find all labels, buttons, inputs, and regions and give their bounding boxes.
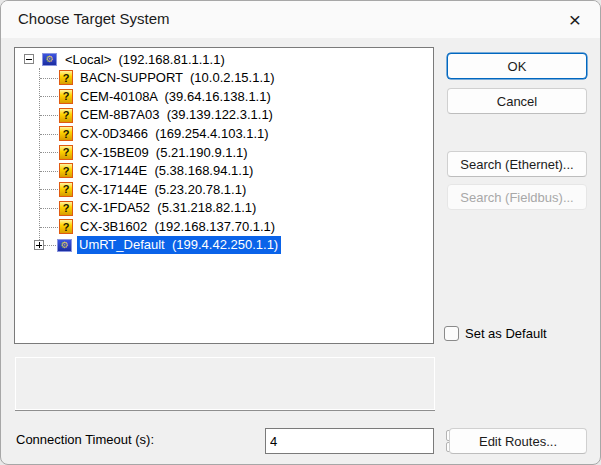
unknown-device-icon: ? bbox=[59, 126, 73, 141]
unknown-device-icon: ? bbox=[59, 145, 73, 160]
tree-item[interactable]: ? CX-1FDA52 (5.31.218.82.1.1) bbox=[15, 199, 433, 218]
tree-item-label: BACN-SUPPORT (10.0.2.15.1.1) bbox=[78, 69, 278, 88]
system-icon: ⚙ bbox=[42, 53, 57, 66]
tree-item[interactable]: ? CX-17144E (5.38.168.94.1.1) bbox=[15, 162, 433, 181]
connection-timeout-input[interactable] bbox=[266, 429, 446, 453]
tree-item-label: CX-3B1602 (192.168.137.70.1.1) bbox=[78, 217, 278, 236]
target-system-tree[interactable]: ⚙ <Local> (192.168.81.1.1.1) ? BACN-SUPP… bbox=[14, 47, 434, 344]
unknown-device-icon: ? bbox=[59, 219, 73, 234]
set-as-default-checkbox[interactable] bbox=[444, 326, 459, 341]
set-as-default-label: Set as Default bbox=[465, 326, 547, 341]
tree-item-label: CX-0D3466 (169.254.4.103.1.1) bbox=[78, 124, 272, 143]
tree-item-label: CEM-40108A (39.64.16.138.1.1) bbox=[78, 87, 274, 106]
cancel-button[interactable]: Cancel bbox=[447, 88, 587, 114]
tree-item[interactable]: ? CX-15BE09 (5.21.190.9.1.1) bbox=[15, 143, 433, 162]
unknown-device-icon: ? bbox=[59, 182, 73, 197]
tree-item[interactable]: ? CEM-8B7A03 (39.139.122.3.1.1) bbox=[15, 106, 433, 125]
tree-item-local[interactable]: ⚙ <Local> (192.168.81.1.1.1) bbox=[15, 50, 433, 69]
unknown-device-icon: ? bbox=[59, 70, 73, 85]
tree-item[interactable]: ? CX-3B1602 (192.168.137.70.1.1) bbox=[15, 217, 433, 236]
close-icon: × bbox=[569, 9, 581, 30]
tree-content: ⚙ <Local> (192.168.81.1.1.1) ? BACN-SUPP… bbox=[15, 48, 433, 343]
ok-button[interactable]: OK bbox=[447, 53, 587, 79]
search-ethernet-button[interactable]: Search (Ethernet)... bbox=[447, 151, 587, 177]
connection-timeout-label: Connection Timeout (s): bbox=[16, 432, 154, 447]
edit-routes-button[interactable]: Edit Routes... bbox=[449, 428, 587, 454]
status-panel bbox=[15, 357, 435, 410]
tree-item-label: CX-1FDA52 (5.31.218.82.1.1) bbox=[78, 199, 259, 218]
unknown-device-icon: ? bbox=[59, 201, 73, 216]
tree-item[interactable]: ? CX-0D3466 (169.254.4.103.1.1) bbox=[15, 124, 433, 143]
expand-icon[interactable] bbox=[34, 240, 44, 250]
set-as-default-row: Set as Default bbox=[444, 326, 547, 341]
unknown-device-icon: ? bbox=[59, 108, 73, 123]
tree-item-label-selected: UmRT_Default (199.4.42.250.1.1) bbox=[77, 236, 281, 255]
system-icon: ⚙ bbox=[57, 239, 72, 252]
tree-item-umrt-default-selected[interactable]: ⚙ UmRT_Default (199.4.42.250.1.1) bbox=[15, 236, 433, 255]
unknown-device-icon: ? bbox=[59, 163, 73, 178]
tree-item-label: CX-15BE09 (5.21.190.9.1.1) bbox=[78, 143, 251, 162]
tree-item[interactable]: ? CX-17144E (5.23.20.78.1.1) bbox=[15, 180, 433, 199]
choose-target-system-dialog: Choose Target System × ⚙ <Local> (192.16… bbox=[0, 0, 601, 465]
tree-item-label: CX-17144E (5.23.20.78.1.1) bbox=[78, 180, 249, 199]
tree-item-label: CX-17144E (5.38.168.94.1.1) bbox=[78, 162, 256, 181]
collapse-icon[interactable] bbox=[24, 54, 34, 64]
titlebar: Choose Target System × bbox=[1, 1, 600, 38]
tree-item-label: <Local> (192.168.81.1.1.1) bbox=[63, 50, 228, 69]
dialog-title: Choose Target System bbox=[18, 1, 169, 37]
connection-timeout-spinner: ▲ ▼ bbox=[265, 428, 434, 454]
close-button[interactable]: × bbox=[552, 1, 598, 37]
search-fieldbus-button-disabled: Search (Fieldbus)... bbox=[447, 184, 587, 210]
tree-item[interactable]: ? BACN-SUPPORT (10.0.2.15.1.1) bbox=[15, 69, 433, 88]
unknown-device-icon: ? bbox=[59, 89, 73, 104]
tree-item[interactable]: ? CEM-40108A (39.64.16.138.1.1) bbox=[15, 87, 433, 106]
tree-item-label: CEM-8B7A03 (39.139.122.3.1.1) bbox=[78, 106, 276, 125]
